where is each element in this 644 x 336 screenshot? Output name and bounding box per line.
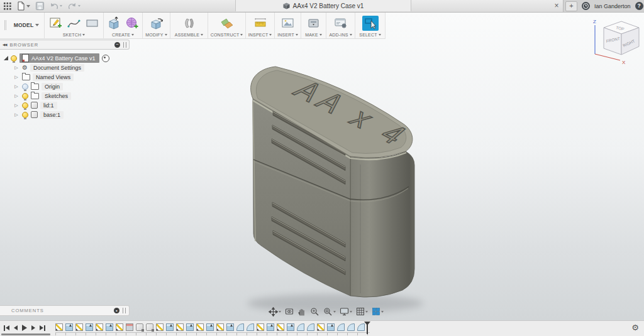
grid-layout-icon[interactable] — [356, 307, 368, 316]
go-to-start-button[interactable] — [4, 325, 9, 331]
insert-image-icon[interactable] — [280, 16, 296, 31]
create-form-icon[interactable] — [124, 16, 140, 31]
construct-dropdown[interactable]: CONSTRUCT — [211, 33, 243, 37]
visibility-bulb-icon[interactable] — [22, 102, 28, 109]
go-to-end-button[interactable] — [40, 325, 45, 331]
browser-row-base[interactable]: ▷ base:1 — [0, 110, 130, 119]
viewcube[interactable]: Z X TOP FRONT RIGHT — [590, 16, 643, 69]
collapse-panel-icon[interactable]: ◀◀ — [3, 43, 6, 46]
panel-grip[interactable] — [123, 42, 126, 48]
extrude-icon[interactable] — [106, 16, 122, 31]
timeline-settings-gear-icon[interactable]: ⚙ — [631, 323, 639, 332]
timeline-feature-extrude[interactable] — [267, 323, 274, 331]
timeline-feature-extrude[interactable] — [166, 323, 174, 331]
play-button[interactable] — [22, 325, 27, 331]
timeline-feature-fillet[interactable] — [347, 323, 355, 331]
expand-icon[interactable]: ▷ — [13, 94, 19, 98]
timeline-feature-fillet[interactable] — [236, 323, 244, 331]
timeline-feature-extrude[interactable] — [186, 323, 194, 331]
comments-toggle-icon[interactable]: • — [114, 308, 119, 313]
history-clock-icon[interactable] — [582, 2, 590, 10]
browser-row-lid[interactable]: ▷ lid:1 — [0, 100, 130, 110]
timeline-feature-fillet[interactable] — [337, 323, 345, 331]
browser-row-named-views[interactable]: ▷ Named Views — [0, 72, 130, 82]
browser-row-document-settings[interactable]: ▷ ⚙ Document Settings — [0, 63, 130, 72]
joint-icon[interactable] — [181, 16, 197, 31]
add-ins-dropdown[interactable]: ADD-INS — [329, 33, 352, 37]
modify-dropdown[interactable]: MODIFY — [145, 33, 167, 37]
comments-panel[interactable]: COMMENTS • — [0, 305, 130, 316]
assemble-dropdown[interactable]: ASSEMBLE — [175, 33, 203, 37]
expand-icon[interactable]: ▷ — [13, 65, 19, 70]
select-tool-icon[interactable] — [362, 16, 379, 31]
browser-row-origin[interactable]: ▷ Origin — [0, 82, 130, 91]
zoom-window-icon[interactable] — [323, 307, 336, 317]
press-pull-icon[interactable] — [148, 16, 165, 31]
visibility-bulb-icon[interactable] — [22, 84, 28, 90]
timeline-feature-sketch[interactable] — [96, 323, 103, 331]
timeline-marker[interactable] — [367, 322, 368, 334]
rectangle-icon[interactable] — [84, 16, 101, 31]
expand-icon[interactable]: ▷ — [13, 103, 19, 107]
new-tab-button[interactable]: + — [565, 1, 577, 11]
make-dropdown[interactable]: MAKE — [305, 33, 322, 37]
panel-grip[interactable] — [123, 308, 126, 313]
select-dropdown[interactable]: SELECT — [359, 33, 380, 37]
measure-icon[interactable] — [252, 16, 269, 31]
visibility-bulb-icon[interactable] — [22, 112, 28, 118]
workspace-selector[interactable]: MODEL — [9, 12, 44, 38]
close-tab-icon[interactable]: × — [551, 0, 562, 11]
spline-icon[interactable] — [66, 16, 82, 31]
toolbar-grip[interactable] — [0, 12, 9, 38]
timeline-feature-sketch[interactable] — [257, 323, 264, 331]
pan-icon[interactable] — [297, 307, 306, 316]
look-at-icon[interactable] — [285, 307, 294, 316]
timeline-feature-extrude[interactable] — [86, 323, 93, 331]
add-ins-icon[interactable] — [333, 16, 349, 31]
timeline-feature-sketch[interactable] — [55, 323, 63, 331]
timeline-feature-sketch[interactable] — [75, 323, 83, 331]
activate-component-radio[interactable] — [102, 55, 109, 62]
timeline-feature-component[interactable] — [146, 323, 153, 331]
expand-icon[interactable]: ▷ — [13, 75, 19, 79]
timeline-feature-fillet[interactable] — [247, 323, 254, 331]
timeline-feature-sketch[interactable] — [216, 323, 224, 331]
timeline-feature-extrude[interactable] — [106, 323, 113, 331]
timeline-feature-sketch[interactable] — [116, 323, 123, 331]
help-icon[interactable]: ? — [635, 2, 643, 10]
expand-icon[interactable]: ▷ — [13, 84, 19, 89]
timeline-feature-extrude[interactable] — [65, 323, 73, 331]
create-dropdown[interactable]: CREATE — [112, 33, 134, 37]
step-back-button[interactable] — [14, 325, 18, 330]
panel-minimize-icon[interactable]: − — [114, 42, 120, 48]
timeline-feature-extrude[interactable] — [287, 323, 294, 331]
make-3d-print-icon[interactable] — [306, 16, 322, 31]
display-settings-icon[interactable] — [340, 307, 352, 316]
orbit-icon[interactable] — [269, 307, 281, 317]
expand-root-icon[interactable] — [4, 56, 8, 60]
timeline-feature-component[interactable] — [136, 323, 143, 331]
step-forward-button[interactable] — [31, 325, 35, 330]
file-menu-icon[interactable] — [17, 1, 30, 11]
browser-row-sketches[interactable]: ▷ Sketches — [0, 91, 130, 100]
timeline-scrub-track[interactable] — [1, 333, 50, 335]
inspect-dropdown[interactable]: INSPECT — [248, 33, 272, 37]
timeline-feature-shell[interactable] — [126, 323, 133, 331]
timeline-feature-fillet[interactable] — [297, 323, 304, 331]
create-sketch-icon[interactable] — [48, 16, 64, 31]
undo-icon[interactable] — [50, 2, 62, 11]
timeline-feature-sketch[interactable] — [156, 323, 164, 331]
browser-root-row[interactable]: AAx4 V2 Battery Case v1 — [0, 53, 130, 63]
construct-plane-icon[interactable] — [219, 16, 235, 31]
timeline-feature-extrude[interactable] — [226, 323, 234, 331]
timeline-feature-fillet[interactable] — [307, 323, 314, 331]
root-selected-label[interactable]: AAx4 V2 Battery Case v1 — [19, 53, 99, 63]
timeline-feature-sketch[interactable] — [196, 323, 204, 331]
timeline-feature-sketch[interactable] — [176, 323, 184, 331]
sketch-dropdown[interactable]: SKETCH — [63, 33, 86, 37]
timeline-feature-extrude[interactable] — [206, 323, 214, 331]
app-grid-icon[interactable] — [4, 3, 11, 10]
user-menu[interactable]: Ian Ganderton — [594, 3, 631, 9]
visibility-bulb-icon[interactable] — [22, 93, 28, 99]
visibility-bulb-icon[interactable] — [11, 55, 17, 62]
